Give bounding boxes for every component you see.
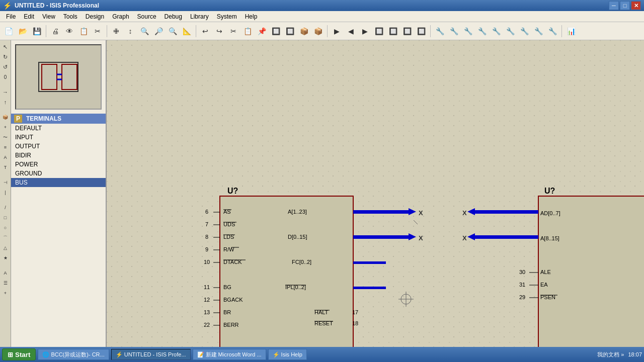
isis-icon: ⚡ [116, 351, 123, 358]
add-button[interactable]: ✙ [110, 25, 123, 38]
menu-edit[interactable]: Edit [20, 12, 38, 21]
pkg1-button[interactable]: 📦 [297, 25, 310, 38]
close-button[interactable]: ✕ [631, 1, 641, 10]
rotate-cw[interactable]: ↻ [1, 52, 10, 61]
text-place[interactable]: A [1, 268, 10, 278]
menu-file[interactable]: File [2, 12, 20, 21]
menu-debug[interactable]: Debug [160, 12, 186, 21]
view-button[interactable]: 👁 [63, 25, 76, 38]
label-mode[interactable]: A [1, 153, 10, 162]
comp-bidir[interactable]: BIDIR [11, 151, 106, 160]
undo-button[interactable]: ↩ [199, 25, 212, 38]
menu-source[interactable]: Source [133, 12, 160, 21]
flip-button[interactable]: ↕ [124, 25, 137, 38]
poly-mode[interactable]: △ [1, 243, 10, 252]
cut2-button[interactable]: ✂ [227, 25, 240, 38]
taskbar-isishelp[interactable]: ⚡ Isis Help [268, 349, 307, 360]
pkg2-button[interactable]: 📦 [311, 25, 325, 38]
canvas[interactable]: U? 6 7 8 9 10 11 12 13 22 20 15 AS UDS L… [107, 40, 644, 350]
cut-button[interactable]: ✂ [91, 25, 104, 38]
start-icon: ⊞ [8, 351, 13, 358]
sym-mode[interactable]: ★ [1, 253, 10, 262]
tool-arrow[interactable]: → [1, 87, 10, 97]
comp-ground[interactable]: GROUND [11, 169, 106, 178]
sim1-button[interactable]: ▶ [330, 25, 343, 38]
taskbar-bcc[interactable]: 🌐 BCC(异或运数)- CR... [38, 349, 109, 360]
sim2-button[interactable]: ◀ [344, 25, 357, 38]
taskbar-word[interactable]: 📝 新建 Microsoft Word ... [193, 349, 266, 360]
circle-mode[interactable]: ○ [1, 223, 10, 232]
minimize-button[interactable]: ─ [609, 1, 619, 10]
zoom-in-button[interactable]: 🔍 [138, 25, 151, 38]
my-docs[interactable]: 我的文档 » [597, 351, 624, 358]
rect1-button[interactable]: 🔲 [372, 25, 385, 38]
menu-library[interactable]: Library [186, 12, 213, 21]
copy-button[interactable]: 📋 [77, 25, 90, 38]
tool8-button[interactable]: 🔧 [532, 25, 545, 38]
p-label[interactable]: P [14, 115, 22, 123]
rect2-button[interactable]: 🔲 [386, 25, 399, 38]
block2-button[interactable]: 🔲 [283, 25, 296, 38]
rotate-ccw[interactable]: ↺ [1, 62, 10, 71]
select-tool[interactable]: ↖ [1, 42, 10, 51]
menu-design[interactable]: Design [82, 12, 108, 21]
block1-button[interactable]: 🔲 [269, 25, 282, 38]
rect-mode[interactable]: □ [1, 213, 10, 222]
tool7-button[interactable]: 🔧 [518, 25, 531, 38]
add-mode[interactable]: + [1, 289, 10, 298]
titlebar: ⚡ UNTITLED - ISIS Professional ─ □ ✕ [0, 0, 644, 11]
menu-view[interactable]: View [38, 12, 59, 21]
component-list: DEFAULT INPUT OUTPUT BIDIR POWER GROUND … [11, 124, 106, 350]
open-button[interactable]: 📂 [16, 25, 29, 38]
svg-text:BGACK: BGACK [223, 297, 243, 303]
maximize-button[interactable]: □ [620, 1, 630, 10]
comp-default[interactable]: DEFAULT [11, 124, 106, 133]
save-button[interactable]: 💾 [30, 25, 43, 38]
measure-button[interactable]: 📐 [180, 25, 193, 38]
sep1 [46, 25, 46, 37]
rect4-button[interactable]: 🔲 [415, 25, 428, 38]
wire-mode[interactable]: 〜 [1, 133, 10, 142]
toolbar: 📄 📂 💾 🖨 👁 📋 ✂ ✙ ↕ 🔍 🔎 🔍 📐 ↩ ↪ ✂ 📋 📌 🔲 🔲 … [0, 22, 644, 40]
print-button[interactable]: 🖨 [49, 25, 62, 38]
arc-mode[interactable]: ⌒ [1, 233, 10, 242]
menu-help[interactable]: Help [241, 12, 262, 21]
comp-input[interactable]: INPUT [11, 133, 106, 142]
pin-mode[interactable]: | [1, 188, 10, 197]
svg-text:A[1..23]: A[1..23] [288, 209, 307, 215]
tool6-button[interactable]: 🔧 [504, 25, 517, 38]
comp-output[interactable]: OUTPUT [11, 142, 106, 151]
tool9-button[interactable]: 🔧 [546, 25, 559, 38]
junction-mode[interactable]: + [1, 123, 10, 132]
graph-button[interactable]: 📊 [565, 25, 578, 38]
rect3-button[interactable]: 🔲 [400, 25, 414, 38]
svg-text:18: 18 [352, 320, 358, 326]
menu-graph[interactable]: Graph [108, 12, 133, 21]
paste-button[interactable]: 📌 [255, 25, 268, 38]
terminal-mode[interactable]: ⊣ [1, 178, 10, 187]
tool-up[interactable]: ↑ [1, 98, 10, 107]
component-mode[interactable]: 📦 [1, 113, 10, 122]
tool5-button[interactable]: 🔧 [490, 25, 503, 38]
copy2-button[interactable]: 📋 [241, 25, 254, 38]
menu-tools[interactable]: Tools [59, 12, 82, 21]
text-mode[interactable]: T [1, 163, 10, 172]
tool2-button[interactable]: 🔧 [447, 25, 460, 38]
line-mode[interactable]: / [1, 203, 10, 212]
list-mode[interactable]: ☰ [1, 279, 10, 288]
redo-button[interactable]: ↪ [213, 25, 226, 38]
zoom-fit-button[interactable]: 🔍 [166, 25, 179, 38]
tool4-button[interactable]: 🔧 [475, 25, 489, 38]
start-button[interactable]: ⊞ Start [2, 348, 36, 360]
taskbar-right: 我的文档 » 18:07 [597, 351, 642, 358]
sim3-button[interactable]: ▶ [358, 25, 371, 38]
tool1-button[interactable]: 🔧 [433, 25, 446, 38]
bus-mode[interactable]: ≡ [1, 143, 10, 152]
tool3-button[interactable]: 🔧 [461, 25, 474, 38]
comp-bus[interactable]: BUS [11, 178, 106, 187]
zoom-out-button[interactable]: 🔎 [152, 25, 165, 38]
menu-system[interactable]: System [213, 12, 241, 21]
comp-power[interactable]: POWER [11, 160, 106, 169]
new-button[interactable]: 📄 [2, 25, 15, 38]
taskbar-isis[interactable]: ⚡ UNTITLED - ISIS Profe... [111, 349, 191, 360]
